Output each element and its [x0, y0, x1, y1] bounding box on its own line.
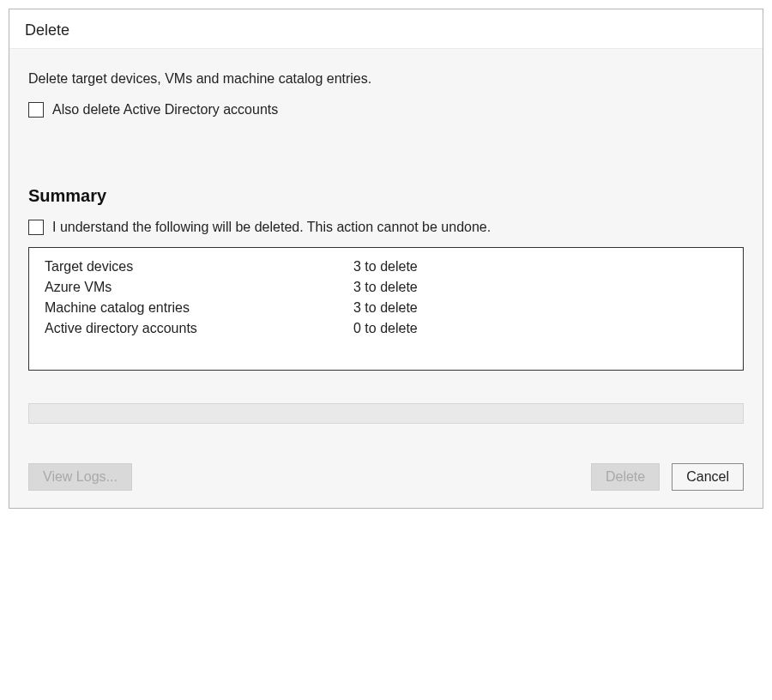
- also-delete-ad-label: Also delete Active Directory accounts: [52, 102, 278, 118]
- delete-dialog: Delete Delete target devices, VMs and ma…: [9, 9, 763, 509]
- summary-value: 3 to delete: [353, 300, 418, 316]
- delete-button[interactable]: Delete: [591, 463, 660, 491]
- dialog-description: Delete target devices, VMs and machine c…: [28, 71, 744, 87]
- summary-row: Azure VMs 3 to delete: [45, 277, 727, 298]
- summary-row: Active directory accounts 0 to delete: [45, 318, 727, 339]
- dialog-button-row: View Logs... Delete Cancel: [28, 463, 744, 491]
- summary-row: Machine catalog entries 3 to delete: [45, 298, 727, 318]
- summary-value: 3 to delete: [353, 280, 418, 295]
- view-logs-button[interactable]: View Logs...: [28, 463, 132, 491]
- confirm-delete-checkbox[interactable]: [28, 220, 44, 235]
- dialog-body: Delete target devices, VMs and machine c…: [9, 48, 763, 508]
- summary-label: Active directory accounts: [45, 321, 353, 336]
- summary-heading: Summary: [28, 186, 744, 206]
- summary-label: Azure VMs: [45, 280, 353, 295]
- also-delete-ad-checkbox[interactable]: [28, 102, 44, 118]
- summary-value: 3 to delete: [353, 259, 418, 275]
- cancel-button[interactable]: Cancel: [672, 463, 744, 491]
- dialog-title: Delete: [9, 9, 763, 48]
- progress-bar: [28, 403, 744, 424]
- summary-row: Target devices 3 to delete: [45, 256, 727, 277]
- also-delete-ad-row[interactable]: Also delete Active Directory accounts: [28, 102, 744, 118]
- confirm-row[interactable]: I understand the following will be delet…: [28, 220, 744, 235]
- confirm-delete-label: I understand the following will be delet…: [52, 220, 491, 235]
- summary-label: Target devices: [45, 259, 353, 275]
- summary-value: 0 to delete: [353, 321, 418, 336]
- summary-label: Machine catalog entries: [45, 300, 353, 316]
- summary-box: Target devices 3 to delete Azure VMs 3 t…: [28, 247, 744, 371]
